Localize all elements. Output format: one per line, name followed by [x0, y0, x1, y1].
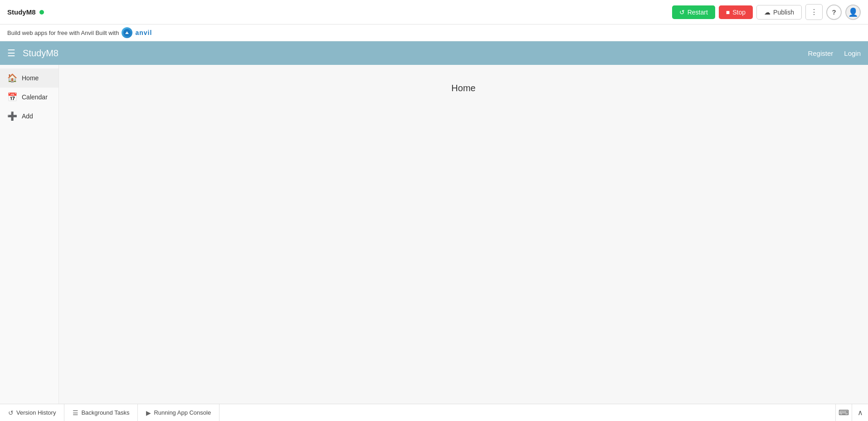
help-icon: ? — [832, 8, 836, 16]
app-title: StudyM8 — [7, 8, 36, 16]
publish-icon: ☁ — [764, 9, 770, 16]
banner-text: Build web apps for free with Anvil Built… — [7, 29, 119, 36]
bottom-right-actions: ⌨ ∧ — [835, 404, 868, 421]
version-history-tab[interactable]: ↺ Version History — [0, 404, 64, 421]
sidebar-item-home[interactable]: 🏠 Home — [0, 69, 59, 88]
app-navbar: ☰ StudyM8 Register Login — [0, 41, 868, 65]
sidebar-item-add[interactable]: ➕ Add — [0, 107, 59, 126]
add-icon: ➕ — [7, 111, 17, 121]
collapse-button[interactable]: ∧ — [852, 404, 868, 421]
anvil-logo-icon — [122, 27, 132, 38]
terminal-button[interactable]: ⌨ — [835, 404, 852, 421]
background-tasks-tab[interactable]: ☰ Background Tasks — [64, 404, 138, 421]
running-app-icon: ▶ — [146, 409, 151, 416]
app-navbar-right: Register Login — [808, 49, 861, 57]
stop-button[interactable]: ■ Stop — [719, 5, 753, 19]
sidebar-item-calendar[interactable]: 📅 Calendar — [0, 88, 59, 107]
app-sidebar: 🏠 Home 📅 Calendar ➕ Add — [0, 65, 59, 404]
publish-button[interactable]: ☁ Publish — [756, 5, 802, 20]
page-title: Home — [451, 83, 475, 93]
toolbar-right: ↺ Restart ■ Stop ☁ Publish ⋮ ? 👤 — [672, 4, 861, 20]
avatar-icon: 👤 — [848, 7, 858, 17]
calendar-icon: 📅 — [7, 92, 17, 102]
anvil-logo-text: anvil — [135, 29, 152, 36]
anvil-banner: Build web apps for free with Anvil Built… — [0, 24, 868, 41]
restart-icon: ↺ — [679, 9, 685, 16]
terminal-icon: ⌨ — [839, 408, 849, 417]
version-history-icon: ↺ — [8, 409, 14, 416]
avatar-button[interactable]: 👤 — [845, 5, 861, 20]
login-link[interactable]: Login — [844, 49, 861, 57]
app-main: Home — [59, 65, 868, 404]
app-name-area: StudyM8 — [7, 8, 44, 16]
top-toolbar: StudyM8 ↺ Restart ■ Stop ☁ Publish ⋮ ? 👤 — [0, 0, 868, 24]
stop-label: Stop — [732, 9, 746, 16]
preview-area: ☰ StudyM8 Register Login 🏠 Home 📅 Calend… — [0, 41, 868, 404]
app-content: 🏠 Home 📅 Calendar ➕ Add Home — [0, 65, 868, 404]
sidebar-calendar-label: Calendar — [22, 93, 48, 101]
publish-label: Publish — [773, 9, 794, 16]
sidebar-home-label: Home — [22, 74, 39, 82]
background-tasks-icon: ☰ — [73, 409, 78, 416]
bottom-bar: ↺ Version History ☰ Background Tasks ▶ R… — [0, 404, 868, 421]
register-link[interactable]: Register — [808, 49, 833, 57]
running-app-console-label: Running App Console — [154, 409, 211, 416]
restart-button[interactable]: ↺ Restart — [672, 5, 715, 19]
help-button[interactable]: ? — [826, 5, 842, 20]
stop-icon: ■ — [726, 9, 730, 16]
status-indicator — [39, 10, 44, 15]
sidebar-add-label: Add — [22, 113, 33, 120]
home-icon: 🏠 — [7, 73, 17, 83]
more-button[interactable]: ⋮ — [805, 4, 823, 20]
version-history-label: Version History — [16, 409, 56, 416]
collapse-icon: ∧ — [858, 408, 863, 417]
running-app-console-tab[interactable]: ▶ Running App Console — [138, 404, 219, 421]
menu-hamburger-icon[interactable]: ☰ — [7, 48, 15, 59]
more-icon: ⋮ — [810, 8, 818, 16]
background-tasks-label: Background Tasks — [81, 409, 129, 416]
restart-label: Restart — [688, 9, 708, 16]
app-navbar-title: StudyM8 — [23, 48, 808, 59]
